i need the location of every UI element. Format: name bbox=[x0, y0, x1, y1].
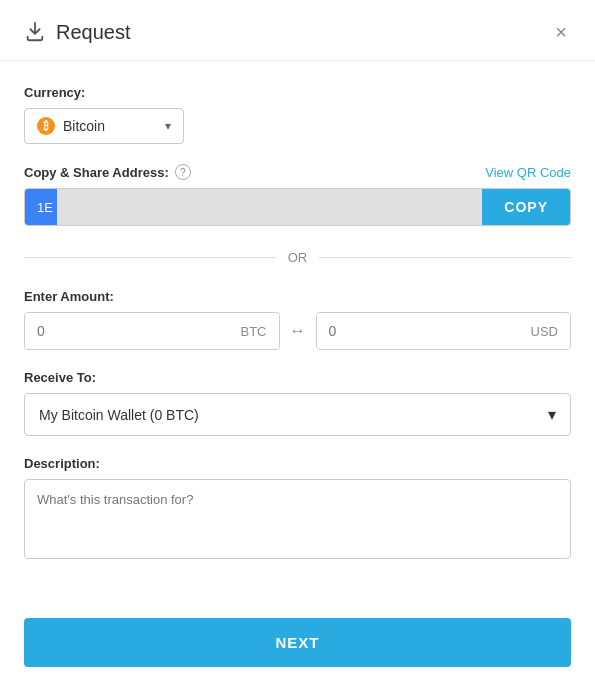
swap-icon[interactable]: ↔ bbox=[280, 322, 316, 340]
divider-right bbox=[319, 257, 571, 258]
amount-row: BTC ↔ USD bbox=[24, 312, 571, 350]
copy-button[interactable]: COPY bbox=[482, 189, 570, 225]
receive-label: Receive To: bbox=[24, 370, 571, 385]
description-textarea[interactable] bbox=[24, 479, 571, 559]
modal-header: Request × bbox=[0, 0, 595, 61]
or-text: OR bbox=[288, 250, 308, 265]
currency-dropdown[interactable]: ₿ Bitcoin ▾ bbox=[24, 108, 184, 144]
title-group: Request bbox=[24, 21, 131, 44]
usd-input-group: USD bbox=[316, 312, 572, 350]
receive-dropdown[interactable]: My Bitcoin Wallet (0 BTC) ▾ bbox=[24, 393, 571, 436]
address-section: Copy & Share Address: ? View QR Code 1E … bbox=[24, 164, 571, 226]
modal-title: Request bbox=[56, 21, 131, 44]
or-divider: OR bbox=[24, 250, 571, 265]
btc-amount-input[interactable] bbox=[25, 313, 229, 349]
address-input-row: 1E COPY bbox=[24, 188, 571, 226]
currency-label: Currency: bbox=[24, 85, 571, 100]
request-icon bbox=[24, 21, 46, 43]
usd-amount-input[interactable] bbox=[317, 313, 519, 349]
view-qr-link[interactable]: View QR Code bbox=[485, 165, 571, 180]
close-button[interactable]: × bbox=[551, 18, 571, 46]
chevron-down-icon: ▾ bbox=[165, 119, 171, 133]
amount-label: Enter Amount: bbox=[24, 289, 571, 304]
receive-chevron-down-icon: ▾ bbox=[548, 405, 556, 424]
amount-section: Enter Amount: BTC ↔ USD bbox=[24, 289, 571, 350]
request-modal: Request × Currency: ₿ Bitcoin ▾ Copy & S… bbox=[0, 0, 595, 691]
receive-section: Receive To: My Bitcoin Wallet (0 BTC) ▾ bbox=[24, 370, 571, 436]
address-label-left: Copy & Share Address: ? bbox=[24, 164, 191, 180]
currency-section: Currency: ₿ Bitcoin ▾ bbox=[24, 85, 571, 144]
bitcoin-icon: ₿ bbox=[37, 117, 55, 135]
currency-name: Bitcoin bbox=[63, 118, 157, 134]
address-label-row: Copy & Share Address: ? View QR Code bbox=[24, 164, 571, 180]
btc-currency-label: BTC bbox=[229, 314, 279, 349]
help-icon[interactable]: ? bbox=[175, 164, 191, 180]
next-button[interactable]: NEXT bbox=[24, 618, 571, 667]
address-label: Copy & Share Address: bbox=[24, 165, 169, 180]
address-highlight: 1E bbox=[25, 189, 57, 225]
description-section: Description: bbox=[24, 456, 571, 563]
usd-currency-label: USD bbox=[519, 314, 570, 349]
address-input[interactable] bbox=[57, 189, 482, 225]
divider-left bbox=[24, 257, 276, 258]
btc-input-group: BTC bbox=[24, 312, 280, 350]
description-label: Description: bbox=[24, 456, 571, 471]
receive-dropdown-text: My Bitcoin Wallet (0 BTC) bbox=[39, 407, 199, 423]
modal-body: Currency: ₿ Bitcoin ▾ Copy & Share Addre… bbox=[0, 61, 595, 598]
